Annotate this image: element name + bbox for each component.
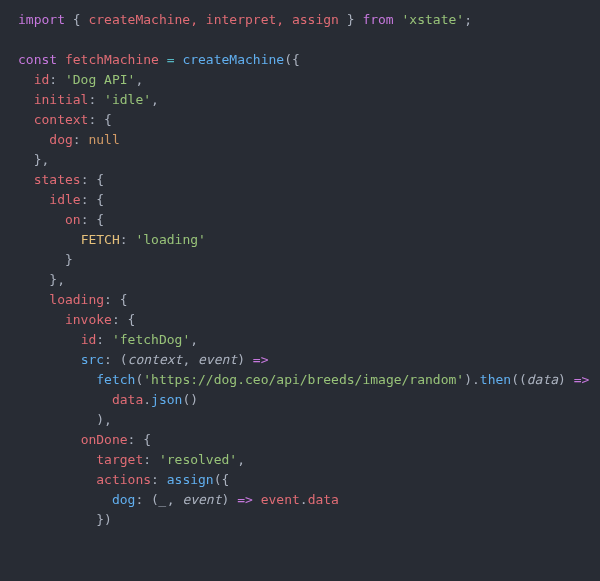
context-key: context (34, 112, 89, 127)
resolved-string: 'resolved' (159, 452, 237, 467)
loading-string: 'loading' (135, 232, 205, 247)
idle-key: idle (49, 192, 80, 207)
invoke-id-value: 'fetchDog' (112, 332, 190, 347)
event-param: event (198, 352, 237, 367)
states-key: states (34, 172, 81, 187)
on-key: on (65, 212, 81, 227)
json-fn: json (151, 392, 182, 407)
import-identifiers: createMachine, interpret, assign (88, 12, 338, 27)
module-string: 'xstate' (402, 12, 465, 27)
import-keyword: import (18, 12, 65, 27)
id-value: 'Dog API' (65, 72, 135, 87)
create-machine-fn: createMachine (182, 52, 284, 67)
assign-fn: assign (167, 472, 214, 487)
fetch-event-key: FETCH (81, 232, 120, 247)
ondone-key: onDone (81, 432, 128, 447)
id-key: id (34, 72, 50, 87)
code-block: import { createMachine, interpret, assig… (18, 10, 582, 530)
fetch-url: 'https://dog.ceo/api/breeds/image/random… (143, 372, 464, 387)
initial-key: initial (34, 92, 89, 107)
variable-name: fetchMachine (65, 52, 159, 67)
initial-value: 'idle' (104, 92, 151, 107)
invoke-id-key: id (81, 332, 97, 347)
event-identifier: event (261, 492, 300, 507)
data-prop: data (308, 492, 339, 507)
fetch-fn: fetch (96, 372, 135, 387)
dog-prop: dog (112, 492, 135, 507)
loading-key: loading (49, 292, 104, 307)
underscore-param: _ (159, 492, 167, 507)
data-identifier: data (112, 392, 143, 407)
const-keyword: const (18, 52, 57, 67)
dog-key: dog (49, 132, 72, 147)
invoke-key: invoke (65, 312, 112, 327)
context-param: context (128, 352, 183, 367)
event-param2: event (182, 492, 221, 507)
data-param: data (527, 372, 558, 387)
src-key: src (81, 352, 104, 367)
from-keyword: from (362, 12, 393, 27)
target-key: target (96, 452, 143, 467)
then-fn: then (480, 372, 511, 387)
actions-key: actions (96, 472, 151, 487)
null-value: null (88, 132, 119, 147)
